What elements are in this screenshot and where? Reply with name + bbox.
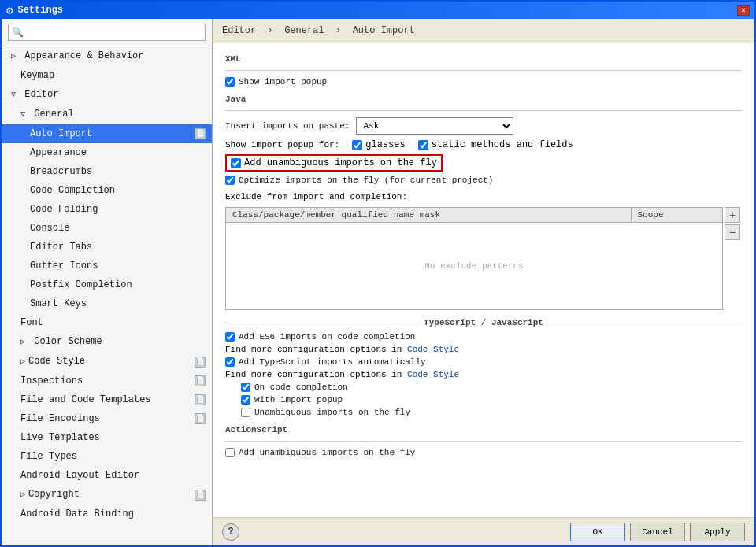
sidebar-item-color-scheme[interactable]: ▷ Color Scheme [2,332,212,352]
settings-content: XML Show import popup Java Insert import… [213,43,754,517]
glasses-checkbox[interactable] [352,140,362,150]
show-popup-for-label: Show import popup for: [225,140,339,150]
with-import-popup-checkbox[interactable] [241,395,250,405]
sidebar-item-appearance[interactable]: Appearance [2,143,212,162]
sidebar-item-breadcrumbs[interactable]: Breadcrumbs [2,162,212,181]
sidebar-item-android-layout-editor[interactable]: Android Layout Editor [2,466,212,485]
sidebar-item-keymap[interactable]: Keymap [2,66,212,85]
add-typescript-row: Add TypeScript imports automatically [225,357,742,367]
show-import-popup-label: Show import popup [239,77,327,87]
show-popup-for-row: Show import popup for: glasses static me… [225,139,742,150]
glasses-label: glasses [365,139,405,150]
sidebar-item-copyright[interactable]: ▷Copyright 📄 [2,485,212,504]
search-icon: 🔍 [12,27,24,39]
add-unambiguous-row: Add unambiguous imports on the fly [225,154,742,172]
settings-icon: ⚙ [6,4,13,17]
show-import-popup-row: Show import popup [225,77,742,87]
sidebar-item-android-data-binding[interactable]: Android Data Binding [2,504,212,523]
with-import-popup-label: With import popup [254,395,343,405]
unambiguous-imports-checkbox[interactable] [241,408,250,417]
inspections-badge: 📄 [195,375,206,386]
sidebar-item-appearance-behavior[interactable]: ▷ Appearance & Behavior [2,46,212,66]
sidebar-item-console[interactable]: Console [2,219,212,238]
sidebar-item-auto-import[interactable]: Auto Import 📄 [2,124,212,143]
sidebar-item-inspections[interactable]: Inspections 📄 [2,371,212,390]
find-more-2-row: Find more configuration options in Code … [225,370,742,379]
col-name-mask: Class/package/member qualified name mask [226,208,632,222]
window-title: Settings [17,5,737,16]
breadcrumb: Editor › General › Auto Import [213,19,754,43]
remove-pattern-button[interactable]: − [724,224,740,240]
copyright-badge: 📄 [195,490,206,501]
sidebar-item-editor[interactable]: ▽ Editor [2,85,212,105]
optimize-imports-label: Optimize imports on the fly (for current… [239,176,493,185]
sidebar-item-file-code-templates[interactable]: File and Code Templates 📄 [2,390,212,409]
show-import-popup-checkbox[interactable] [225,77,235,87]
actionscript-section-label: ActionScript [225,425,742,434]
sidebar-item-postfix-completion[interactable]: Postfix Completion [2,275,212,294]
optimize-imports-row: Optimize imports on the fly (for current… [225,176,742,185]
static-methods-checkbox[interactable] [418,140,428,150]
optimize-imports-checkbox[interactable] [225,176,235,185]
exclude-table-wrapper: Class/package/member qualified name mask… [225,207,723,310]
sidebar-item-editor-tabs[interactable]: Editor Tabs [2,238,212,257]
on-code-completion-checkbox[interactable] [241,383,250,392]
static-methods-label: static methods and fields [432,139,573,150]
sidebar-item-live-templates[interactable]: Live Templates [2,428,212,447]
sidebar-item-code-style[interactable]: ▷Code Style 📄 [2,352,212,371]
actionscript-unambiguous-label: Add unambiguous imports on the fly [239,448,415,457]
sidebar-item-file-encodings[interactable]: File Encodings 📄 [2,409,212,428]
search-input[interactable] [8,24,206,41]
add-es6-row: Add ES6 imports on code completion [225,332,742,342]
apply-button[interactable]: Apply [690,523,745,541]
title-bar: ⚙ Settings ✕ [2,2,754,19]
xml-section-label: XML [225,54,742,64]
bottom-bar: ? OK Cancel Apply [213,517,754,545]
cancel-button[interactable]: Cancel [630,523,685,541]
col-scope: Scope [632,208,723,222]
unambiguous-imports-row: Unambiguous imports on the fly [241,408,742,417]
add-unambiguous-label: Add unambiguous imports on the fly [244,157,437,168]
arrow-icon: ▷ [20,334,25,350]
sidebar-item-general[interactable]: ▽ General [2,105,212,124]
add-typescript-label: Add TypeScript imports automatically [239,357,426,367]
close-button[interactable]: ✕ [737,5,750,16]
sidebar-item-file-types[interactable]: File Types [2,447,212,466]
find-more-1-row: Find more configuration options in Code … [225,345,742,354]
add-pattern-button[interactable]: + [724,207,740,223]
insert-imports-label: Insert imports on paste: [225,121,350,131]
sidebar-item-code-folding[interactable]: Code Folding [2,200,212,219]
help-button[interactable]: ? [222,523,239,541]
search-bar: 🔍 [2,19,212,46]
sidebar-item-gutter-icons[interactable]: Gutter Icons [2,257,212,275]
code-style-link-2[interactable]: Code Style [407,370,459,379]
file-encodings-badge: 📄 [195,413,206,424]
code-style-link-1[interactable]: Code Style [407,345,459,354]
add-unambiguous-checkbox[interactable] [231,158,241,168]
typescript-section-header: TypeScript / JavaScript [225,318,742,327]
insert-imports-select[interactable]: Ask Always Never [356,117,513,135]
typescript-indent-options: On code completion With import popup Una… [225,383,742,417]
action-buttons: OK Cancel Apply [570,523,745,541]
table-header: Class/package/member qualified name mask… [226,208,722,223]
on-code-completion-row: On code completion [241,383,742,392]
actionscript-unambiguous-row: Add unambiguous imports on the fly [225,448,742,457]
with-import-popup-row: With import popup [241,395,742,405]
arrow-icon: ▽ [20,107,25,123]
exclude-label: Exclude from import and completion: [225,191,742,202]
java-section-label: Java [225,94,742,104]
arrow-icon: ▷ [11,49,16,65]
sidebar-item-font[interactable]: Font [2,313,212,332]
actionscript-unambiguous-checkbox[interactable] [225,448,235,457]
sidebar-item-smart-keys[interactable]: Smart Keys [2,294,212,313]
sidebar: 🔍 ▷ Appearance & Behavior Keymap ▽ Edito… [2,19,213,545]
add-typescript-checkbox[interactable] [225,357,235,367]
add-es6-label: Add ES6 imports on code completion [239,332,415,342]
ok-button[interactable]: OK [570,523,625,541]
arrow-icon: ▷ [20,354,25,370]
sidebar-item-code-completion[interactable]: Code Completion [2,181,212,200]
add-es6-checkbox[interactable] [225,332,235,342]
unambiguous-imports-label: Unambiguous imports on the fly [254,408,410,417]
settings-window: ⚙ Settings ✕ 🔍 ▷ Appearance & Behavior K… [0,0,756,547]
code-style-badge: 📄 [195,357,206,368]
